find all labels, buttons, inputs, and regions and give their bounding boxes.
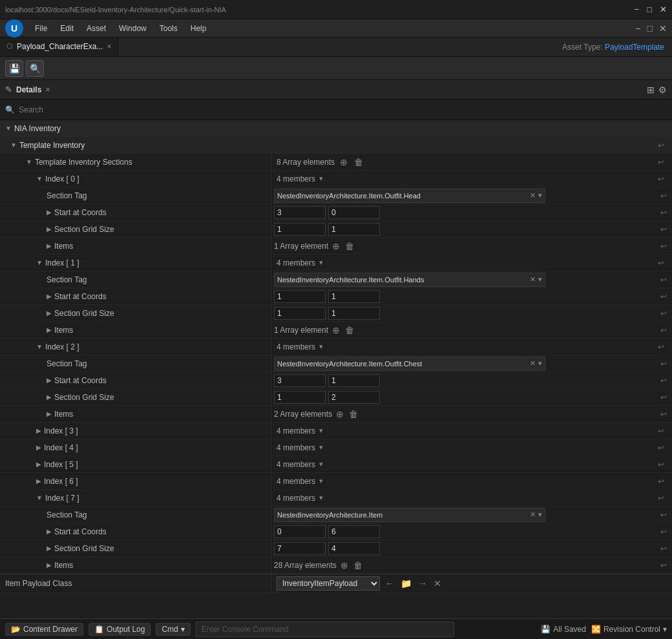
index-7-reset[interactable]: ↩ bbox=[655, 494, 667, 503]
index-7-start-coords-x[interactable] bbox=[274, 525, 326, 538]
index-2-grid-size-expand[interactable]: ▶ bbox=[47, 393, 52, 401]
index-1-tag-dropdown[interactable]: ▾ bbox=[538, 275, 542, 284]
template-inventory-reset[interactable]: ↩ bbox=[655, 141, 667, 150]
index-1-start-coords-x[interactable] bbox=[274, 290, 326, 303]
index-0-grid-size-expand[interactable]: ▶ bbox=[47, 225, 52, 233]
index-0-section-tag-field[interactable]: NestedInventoryArchitecture.Item.Outfit.… bbox=[274, 189, 545, 203]
index-0-grid-size-x[interactable] bbox=[274, 223, 326, 236]
sections-expand-arrow[interactable]: ▼ bbox=[26, 158, 32, 165]
index-0-section-tag-reset[interactable]: ↩ bbox=[658, 191, 669, 200]
payload-nav-prev[interactable]: ← bbox=[384, 577, 395, 590]
index-2-items-add[interactable]: ⊕ bbox=[335, 408, 345, 421]
index-2-grid-size-reset[interactable]: ↩ bbox=[658, 393, 669, 402]
index-0-items-expand[interactable]: ▶ bbox=[47, 242, 52, 249]
index-2-section-tag-reset[interactable]: ↩ bbox=[658, 359, 669, 368]
minimize-button[interactable]: − bbox=[635, 5, 640, 14]
index-3-dropdown[interactable]: ▾ bbox=[319, 426, 323, 435]
grid-view-button[interactable]: ⊞ bbox=[647, 85, 655, 95]
index-7-section-tag-reset[interactable]: ↩ bbox=[658, 510, 669, 519]
index-5-reset[interactable]: ↩ bbox=[655, 460, 667, 469]
index-1-start-coords-reset[interactable]: ↩ bbox=[658, 292, 669, 301]
menu-file[interactable]: File bbox=[30, 23, 52, 34]
index-7-grid-size-expand[interactable]: ▶ bbox=[47, 545, 52, 552]
index-7-tag-remove[interactable]: ✕ bbox=[530, 510, 536, 519]
index-2-items-delete[interactable]: 🗑 bbox=[348, 408, 359, 421]
index-1-grid-size-x[interactable] bbox=[274, 307, 326, 320]
index-1-grid-size-y[interactable] bbox=[328, 307, 380, 320]
menu-window[interactable]: Window bbox=[114, 23, 152, 34]
index-3-reset[interactable]: ↩ bbox=[655, 426, 667, 435]
index-0-items-add[interactable]: ⊕ bbox=[331, 240, 341, 253]
index-1-dropdown[interactable]: ▾ bbox=[319, 258, 323, 267]
index-0-items-delete[interactable]: 🗑 bbox=[344, 240, 355, 253]
index-1-items-reset[interactable]: ↩ bbox=[658, 326, 669, 335]
tab-close-button[interactable]: × bbox=[107, 42, 111, 51]
browse-button[interactable]: 🔍 bbox=[26, 60, 44, 77]
index-1-grid-size-expand[interactable]: ▶ bbox=[47, 309, 52, 317]
index-1-start-coords-y[interactable] bbox=[328, 290, 380, 303]
close-window-button[interactable]: ✕ bbox=[660, 5, 667, 14]
search-input[interactable] bbox=[19, 105, 667, 114]
save-button[interactable]: 💾 bbox=[5, 60, 23, 77]
output-log-button[interactable]: 📋 Output Log bbox=[89, 623, 151, 636]
app-close-button[interactable]: ✕ bbox=[659, 23, 667, 34]
index-1-tag-remove[interactable]: ✕ bbox=[530, 275, 536, 284]
panel-close-button[interactable]: × bbox=[45, 85, 50, 94]
index-1-start-coords-expand[interactable]: ▶ bbox=[47, 293, 52, 300]
index-2-grid-size-y[interactable] bbox=[328, 391, 380, 404]
payload-browse[interactable]: 📁 bbox=[399, 577, 413, 590]
index-2-start-coords-reset[interactable]: ↩ bbox=[658, 376, 669, 385]
index-7-grid-size-y[interactable] bbox=[328, 542, 380, 555]
index-7-tag-dropdown[interactable]: ▾ bbox=[538, 510, 542, 519]
index-6-reset[interactable]: ↩ bbox=[655, 477, 667, 486]
index-1-grid-size-reset[interactable]: ↩ bbox=[658, 309, 669, 318]
index-3-expand[interactable]: ▶ bbox=[36, 427, 41, 434]
index-5-expand[interactable]: ▶ bbox=[36, 461, 41, 468]
index-5-dropdown[interactable]: ▾ bbox=[319, 460, 323, 468]
index-0-grid-size-y[interactable] bbox=[328, 223, 380, 236]
index-0-start-coords-y[interactable] bbox=[328, 206, 380, 219]
index-4-dropdown[interactable]: ▾ bbox=[319, 443, 323, 452]
index-7-items-add[interactable]: ⊕ bbox=[339, 559, 350, 572]
index-1-reset[interactable]: ↩ bbox=[655, 258, 667, 267]
index-0-tag-remove[interactable]: ✕ bbox=[530, 191, 536, 200]
payload-clear[interactable]: ✕ bbox=[432, 577, 443, 590]
index-1-section-tag-reset[interactable]: ↩ bbox=[658, 275, 669, 284]
index-7-section-tag-field[interactable]: NestedInventoryArchitecture.Item ✕ ▾ bbox=[274, 508, 545, 522]
index-2-start-coords-x[interactable] bbox=[274, 374, 326, 387]
index-2-expand[interactable]: ▼ bbox=[36, 343, 43, 350]
index-2-items-expand[interactable]: ▶ bbox=[47, 410, 52, 417]
index-7-items-reset[interactable]: ↩ bbox=[658, 561, 669, 570]
payload-nav-next[interactable]: → bbox=[417, 577, 428, 590]
console-input[interactable] bbox=[196, 622, 454, 637]
app-minimize-button[interactable]: − bbox=[635, 23, 640, 34]
app-maximize-button[interactable]: □ bbox=[647, 23, 653, 34]
index-7-start-coords-reset[interactable]: ↩ bbox=[658, 527, 669, 536]
index-7-items-expand[interactable]: ▶ bbox=[47, 561, 52, 569]
index-2-section-tag-field[interactable]: NestedInventoryArchitecture.Item.Outfit.… bbox=[274, 357, 545, 371]
index-2-tag-dropdown[interactable]: ▾ bbox=[538, 359, 542, 368]
index-1-items-add[interactable]: ⊕ bbox=[331, 324, 341, 337]
revision-control-button[interactable]: 🔀 Revision Control ▾ bbox=[591, 625, 667, 634]
index-0-expand[interactable]: ▼ bbox=[36, 175, 43, 182]
index-7-dropdown[interactable]: ▾ bbox=[319, 494, 323, 502]
index-7-start-coords-y[interactable] bbox=[328, 525, 380, 538]
index-4-expand[interactable]: ▶ bbox=[36, 444, 41, 451]
index-7-expand[interactable]: ▼ bbox=[36, 494, 43, 501]
sections-delete-button[interactable]: 🗑 bbox=[353, 156, 364, 169]
index-1-section-tag-field[interactable]: NestedInventoryArchitecture.Item.Outfit.… bbox=[274, 273, 545, 287]
index-7-grid-size-reset[interactable]: ↩ bbox=[658, 544, 669, 553]
payload-class-select[interactable]: InventoryItemPayload bbox=[277, 576, 380, 591]
index-7-start-coords-expand[interactable]: ▶ bbox=[47, 528, 52, 535]
index-0-start-coords-reset[interactable]: ↩ bbox=[658, 208, 669, 217]
index-2-reset[interactable]: ↩ bbox=[655, 342, 667, 351]
tab-payload-character[interactable]: ⬡ Payload_CharacterExa... × bbox=[0, 37, 118, 56]
panel-settings-button[interactable]: ⚙ bbox=[658, 85, 667, 95]
template-inventory-header[interactable]: ▼ Template Inventory ↩ bbox=[0, 137, 672, 154]
index-2-start-coords-expand[interactable]: ▶ bbox=[47, 377, 52, 384]
index-6-expand[interactable]: ▶ bbox=[36, 477, 41, 485]
index-0-tag-dropdown[interactable]: ▾ bbox=[538, 191, 542, 200]
menu-tools[interactable]: Tools bbox=[154, 23, 183, 34]
sections-reset-button[interactable]: ↩ bbox=[655, 158, 667, 167]
menu-asset[interactable]: Asset bbox=[81, 23, 111, 34]
